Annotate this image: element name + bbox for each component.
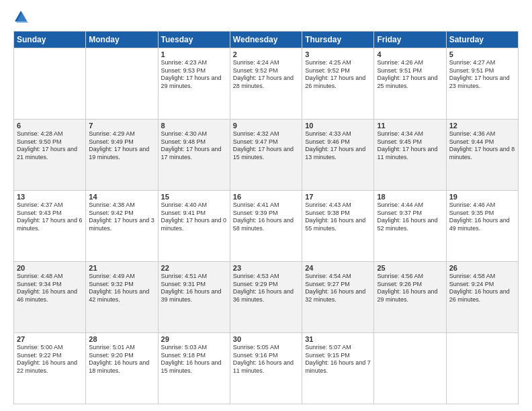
calendar-cell: 4Sunrise: 4:26 AM Sunset: 9:51 PM Daylig… xyxy=(374,48,446,120)
day-number: 16 xyxy=(233,193,299,201)
day-number: 18 xyxy=(377,193,443,201)
calendar-cell: 29Sunrise: 5:03 AM Sunset: 9:18 PM Dayli… xyxy=(158,333,230,404)
day-info: Sunrise: 5:03 AM Sunset: 9:18 PM Dayligh… xyxy=(161,344,227,375)
day-number: 22 xyxy=(161,264,227,272)
day-number: 10 xyxy=(305,122,371,130)
calendar: SundayMondayTuesdayWednesdayThursdayFrid… xyxy=(13,31,519,404)
day-info: Sunrise: 4:26 AM Sunset: 9:51 PM Dayligh… xyxy=(377,59,443,91)
day-info: Sunrise: 4:37 AM Sunset: 9:43 PM Dayligh… xyxy=(17,201,83,233)
calendar-cell: 11Sunrise: 4:34 AM Sunset: 9:45 PM Dayli… xyxy=(374,120,446,191)
calendar-cell: 20Sunrise: 4:48 AM Sunset: 9:34 PM Dayli… xyxy=(14,262,86,333)
day-number: 15 xyxy=(161,193,227,201)
day-info: Sunrise: 4:38 AM Sunset: 9:42 PM Dayligh… xyxy=(89,201,154,233)
calendar-header-sunday: Sunday xyxy=(14,32,86,48)
day-number: 20 xyxy=(17,264,83,272)
calendar-cell: 3Sunrise: 4:25 AM Sunset: 9:52 PM Daylig… xyxy=(302,48,374,120)
day-number: 12 xyxy=(449,122,515,130)
calendar-cell: 26Sunrise: 4:58 AM Sunset: 9:24 PM Dayli… xyxy=(446,262,518,333)
day-info: Sunrise: 4:44 AM Sunset: 9:37 PM Dayligh… xyxy=(377,201,443,233)
calendar-cell xyxy=(86,48,158,120)
calendar-cell: 9Sunrise: 4:32 AM Sunset: 9:47 PM Daylig… xyxy=(230,120,302,191)
day-info: Sunrise: 4:56 AM Sunset: 9:26 PM Dayligh… xyxy=(377,273,443,304)
calendar-week-2: 6Sunrise: 4:28 AM Sunset: 9:50 PM Daylig… xyxy=(14,120,519,191)
day-info: Sunrise: 4:40 AM Sunset: 9:41 PM Dayligh… xyxy=(161,201,227,233)
day-number: 2 xyxy=(233,50,299,58)
day-number: 14 xyxy=(89,193,154,201)
calendar-header-friday: Friday xyxy=(374,32,446,48)
day-info: Sunrise: 4:46 AM Sunset: 9:35 PM Dayligh… xyxy=(449,201,515,233)
calendar-cell: 18Sunrise: 4:44 AM Sunset: 9:37 PM Dayli… xyxy=(374,191,446,262)
calendar-cell: 15Sunrise: 4:40 AM Sunset: 9:41 PM Dayli… xyxy=(158,191,230,262)
calendar-cell: 6Sunrise: 4:28 AM Sunset: 9:50 PM Daylig… xyxy=(14,120,86,191)
calendar-cell: 28Sunrise: 5:01 AM Sunset: 9:20 PM Dayli… xyxy=(86,333,158,404)
day-number: 25 xyxy=(377,264,443,272)
calendar-header-monday: Monday xyxy=(86,32,158,48)
calendar-cell: 24Sunrise: 4:54 AM Sunset: 9:27 PM Dayli… xyxy=(302,262,374,333)
day-number: 28 xyxy=(89,335,154,343)
day-number: 7 xyxy=(89,122,154,130)
calendar-header-saturday: Saturday xyxy=(446,32,518,48)
calendar-cell: 31Sunrise: 5:07 AM Sunset: 9:15 PM Dayli… xyxy=(302,333,374,404)
day-info: Sunrise: 4:36 AM Sunset: 9:44 PM Dayligh… xyxy=(449,130,515,162)
calendar-cell xyxy=(374,333,446,404)
calendar-cell: 27Sunrise: 5:00 AM Sunset: 9:22 PM Dayli… xyxy=(14,333,86,404)
day-number: 11 xyxy=(377,122,443,130)
day-info: Sunrise: 4:33 AM Sunset: 9:46 PM Dayligh… xyxy=(305,130,371,162)
day-number: 27 xyxy=(17,335,83,343)
day-info: Sunrise: 4:49 AM Sunset: 9:32 PM Dayligh… xyxy=(89,273,154,304)
day-number: 29 xyxy=(161,335,227,343)
page: SundayMondayTuesdayWednesdayThursdayFrid… xyxy=(0,0,532,411)
calendar-cell: 2Sunrise: 4:24 AM Sunset: 9:52 PM Daylig… xyxy=(230,48,302,120)
day-number: 1 xyxy=(161,50,227,58)
calendar-week-4: 20Sunrise: 4:48 AM Sunset: 9:34 PM Dayli… xyxy=(14,262,519,333)
calendar-cell xyxy=(446,333,518,404)
day-info: Sunrise: 4:58 AM Sunset: 9:24 PM Dayligh… xyxy=(449,273,515,304)
day-number: 19 xyxy=(449,193,515,201)
day-info: Sunrise: 4:43 AM Sunset: 9:38 PM Dayligh… xyxy=(305,201,371,233)
day-number: 6 xyxy=(17,122,83,130)
calendar-cell: 25Sunrise: 4:56 AM Sunset: 9:26 PM Dayli… xyxy=(374,262,446,333)
calendar-cell: 10Sunrise: 4:33 AM Sunset: 9:46 PM Dayli… xyxy=(302,120,374,191)
header xyxy=(13,11,519,24)
calendar-header-wednesday: Wednesday xyxy=(230,32,302,48)
day-number: 26 xyxy=(449,264,515,272)
calendar-cell: 23Sunrise: 4:53 AM Sunset: 9:29 PM Dayli… xyxy=(230,262,302,333)
calendar-cell: 21Sunrise: 4:49 AM Sunset: 9:32 PM Dayli… xyxy=(86,262,158,333)
day-number: 5 xyxy=(449,50,515,58)
calendar-header-row: SundayMondayTuesdayWednesdayThursdayFrid… xyxy=(14,32,519,48)
day-info: Sunrise: 4:32 AM Sunset: 9:47 PM Dayligh… xyxy=(233,130,299,162)
day-info: Sunrise: 4:25 AM Sunset: 9:52 PM Dayligh… xyxy=(305,59,371,91)
day-info: Sunrise: 5:01 AM Sunset: 9:20 PM Dayligh… xyxy=(89,344,154,375)
day-info: Sunrise: 4:28 AM Sunset: 9:50 PM Dayligh… xyxy=(17,130,83,162)
calendar-cell: 16Sunrise: 4:41 AM Sunset: 9:39 PM Dayli… xyxy=(230,191,302,262)
calendar-cell: 8Sunrise: 4:30 AM Sunset: 9:48 PM Daylig… xyxy=(158,120,230,191)
day-number: 17 xyxy=(305,193,371,201)
calendar-cell: 7Sunrise: 4:29 AM Sunset: 9:49 PM Daylig… xyxy=(86,120,158,191)
calendar-header-thursday: Thursday xyxy=(302,32,374,48)
calendar-header-tuesday: Tuesday xyxy=(158,32,230,48)
calendar-cell: 1Sunrise: 4:23 AM Sunset: 9:53 PM Daylig… xyxy=(158,48,230,120)
day-info: Sunrise: 4:24 AM Sunset: 9:52 PM Dayligh… xyxy=(233,59,299,91)
day-info: Sunrise: 4:27 AM Sunset: 9:51 PM Dayligh… xyxy=(449,59,515,91)
logo xyxy=(13,11,30,24)
day-number: 9 xyxy=(233,122,299,130)
day-info: Sunrise: 4:53 AM Sunset: 9:29 PM Dayligh… xyxy=(233,273,299,304)
calendar-cell: 17Sunrise: 4:43 AM Sunset: 9:38 PM Dayli… xyxy=(302,191,374,262)
day-number: 23 xyxy=(233,264,299,272)
calendar-week-3: 13Sunrise: 4:37 AM Sunset: 9:43 PM Dayli… xyxy=(14,191,519,262)
calendar-week-1: 1Sunrise: 4:23 AM Sunset: 9:53 PM Daylig… xyxy=(14,48,519,120)
calendar-week-5: 27Sunrise: 5:00 AM Sunset: 9:22 PM Dayli… xyxy=(14,333,519,404)
day-number: 3 xyxy=(305,50,371,58)
day-number: 4 xyxy=(377,50,443,58)
day-info: Sunrise: 4:30 AM Sunset: 9:48 PM Dayligh… xyxy=(161,130,227,162)
day-info: Sunrise: 4:34 AM Sunset: 9:45 PM Dayligh… xyxy=(377,130,443,162)
day-number: 30 xyxy=(233,335,299,343)
logo-icon xyxy=(13,9,28,24)
day-info: Sunrise: 5:00 AM Sunset: 9:22 PM Dayligh… xyxy=(17,344,83,375)
calendar-cell: 13Sunrise: 4:37 AM Sunset: 9:43 PM Dayli… xyxy=(14,191,86,262)
calendar-cell xyxy=(14,48,86,120)
day-info: Sunrise: 4:23 AM Sunset: 9:53 PM Dayligh… xyxy=(161,59,227,91)
calendar-cell: 22Sunrise: 4:51 AM Sunset: 9:31 PM Dayli… xyxy=(158,262,230,333)
day-number: 24 xyxy=(305,264,371,272)
day-number: 31 xyxy=(305,335,371,343)
